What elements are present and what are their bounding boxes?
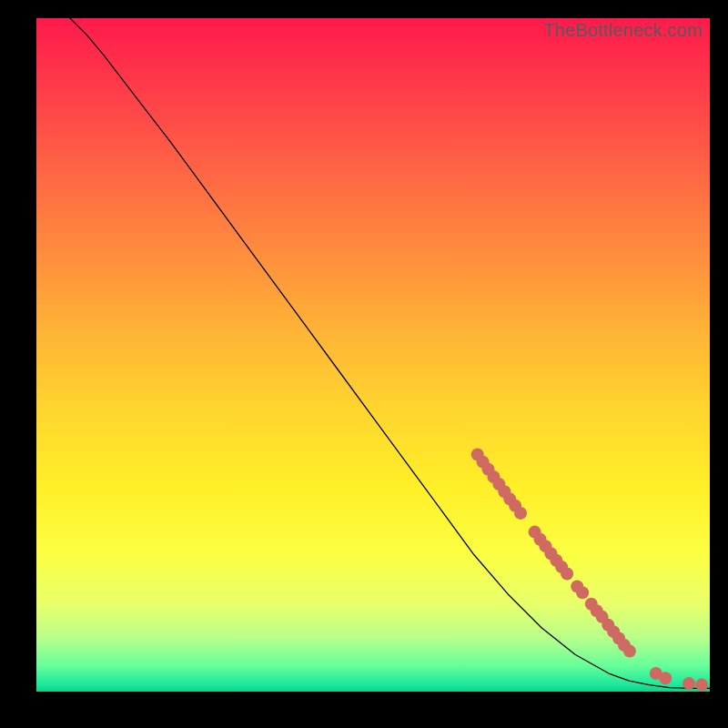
marker-dot bbox=[561, 568, 573, 581]
chart-frame: TheBottleneck.com bbox=[0, 0, 728, 728]
marker-dot bbox=[623, 645, 636, 658]
marker-dot bbox=[682, 677, 695, 690]
line-series-curve bbox=[70, 18, 710, 688]
chart-overlay bbox=[36, 18, 710, 692]
marker-dot bbox=[659, 672, 672, 684]
marker-dot bbox=[514, 507, 527, 520]
plot-area: TheBottleneck.com bbox=[36, 18, 710, 692]
scatter-markers bbox=[471, 449, 708, 692]
marker-dot bbox=[576, 586, 589, 599]
marker-dot bbox=[695, 679, 708, 692]
